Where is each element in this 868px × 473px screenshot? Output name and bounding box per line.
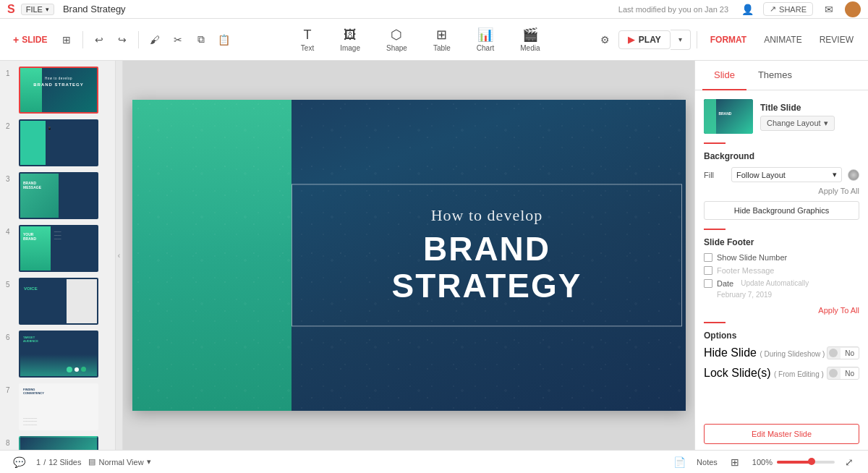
- edit-master-slide-button[interactable]: Edit Master Slide: [704, 424, 859, 444]
- apply-to-all-link-footer[interactable]: Apply To All: [704, 306, 859, 315]
- review-tab[interactable]: REVIEW: [812, 31, 861, 48]
- fill-dropdown-chevron: ▾: [833, 170, 837, 179]
- slide-subtitle: How to develop: [328, 206, 645, 225]
- text-tool[interactable]: T Text: [295, 25, 320, 55]
- zoom-bar[interactable]: [777, 461, 835, 464]
- date-checkbox[interactable]: [704, 279, 712, 288]
- slide-content-box[interactable]: How to develop BRAND STRATEGY: [292, 184, 682, 326]
- slide-main-title: BRAND STRATEGY: [328, 231, 645, 304]
- cut-button[interactable]: ✂: [168, 30, 188, 50]
- fill-color-circle[interactable]: [848, 169, 859, 181]
- page-info: 1 / 12 Slides: [36, 458, 81, 466]
- share-icon: ↗: [770, 4, 776, 14]
- grid-view-button[interactable]: ⊞: [56, 30, 77, 50]
- canvas-area: How to develop BRAND STRATEGY: [123, 61, 694, 450]
- paste-button[interactable]: 📋: [214, 30, 234, 50]
- shape-tool[interactable]: ⬡ Shape: [380, 24, 413, 55]
- shape-icon: ⬡: [391, 27, 402, 43]
- image-icon: 🖼: [344, 27, 357, 43]
- footer-message-checkbox[interactable]: [704, 266, 712, 275]
- show-slide-number-checkbox[interactable]: [704, 253, 712, 262]
- tab-themes[interactable]: Themes: [746, 61, 804, 90]
- notes-icon[interactable]: 📄: [669, 452, 689, 472]
- present-icon[interactable]: ⊞: [725, 452, 745, 472]
- file-menu-chevron: ▾: [46, 6, 49, 13]
- plus-icon: +: [13, 34, 19, 46]
- update-auto-label: Update Automatically: [741, 279, 809, 287]
- view-mode-button[interactable]: ▤ Normal View ▾: [88, 457, 150, 466]
- panel-collapse-handle[interactable]: ‹: [116, 61, 123, 450]
- media-icon: 🎬: [522, 27, 538, 43]
- settings-icon[interactable]: ⚙: [595, 30, 616, 50]
- change-layout-button[interactable]: Change Layout ▾: [760, 116, 835, 131]
- change-layout-chevron: ▾: [824, 119, 828, 128]
- comment-icon[interactable]: 💬: [9, 452, 29, 472]
- layout-thumbnail: BRAND: [704, 99, 753, 134]
- play-button[interactable]: ▶ PLAY: [618, 30, 671, 49]
- layout-title-label: Title Slide: [760, 103, 859, 113]
- image-tool[interactable]: 🖼 Image: [334, 25, 366, 55]
- slide-thumb-6[interactable]: 6 TARGETAUDIENCE: [6, 331, 109, 378]
- lock-slide-row: Lock Slide(s) ( From Editing ) No: [704, 367, 859, 380]
- bottom-bar: 💬 1 / 12 Slides ▤ Normal View ▾ 📄 Notes …: [0, 450, 868, 473]
- redo-button[interactable]: ↪: [112, 30, 132, 50]
- chart-tool[interactable]: 📊 Chart: [471, 24, 500, 55]
- view-mode-icon: ▤: [88, 457, 95, 466]
- fill-dropdown[interactable]: Follow Layout ▾: [731, 167, 842, 182]
- background-section-label: Background: [704, 151, 859, 161]
- undo-button[interactable]: ↩: [89, 30, 109, 50]
- table-tool[interactable]: ⊞ Table: [427, 24, 456, 55]
- fill-label: Fill: [704, 171, 726, 179]
- page-total: 12 Slides: [48, 458, 81, 466]
- fill-row: Fill Follow Layout ▾: [704, 167, 859, 182]
- slide-thumb-2[interactable]: 2 📱: [6, 119, 109, 166]
- hide-background-graphics-button[interactable]: Hide Background Graphics: [704, 201, 859, 220]
- layout-preview-row: BRAND Title Slide Change Layout ▾: [704, 99, 859, 134]
- date-row: Date Update Automatically: [704, 279, 859, 288]
- animate-tab[interactable]: ANIMATE: [757, 31, 809, 48]
- right-panel-content: BRAND Title Slide Change Layout ▾ Backgr…: [695, 90, 868, 418]
- view-mode-chevron: ▾: [147, 457, 151, 466]
- mail-icon[interactable]: ✉: [819, 0, 839, 20]
- layout-info: Title Slide Change Layout ▾: [760, 103, 859, 131]
- slide-thumb-4[interactable]: 4 YOURBRAND ────────────: [6, 225, 109, 272]
- file-menu[interactable]: FILE ▾: [21, 4, 54, 15]
- last-modified-text: Last modified by you on Jan 23: [618, 5, 728, 14]
- right-panel: Slide Themes BRAND Title Slide Change La…: [694, 61, 868, 450]
- slide-thumb-1[interactable]: 1 How to develop BRAND STRATEGY: [6, 67, 109, 114]
- add-slide-button[interactable]: + SLIDE: [7, 31, 54, 48]
- slide-preview[interactable]: How to develop BRAND STRATEGY: [132, 100, 686, 411]
- slide-thumb-7[interactable]: 7 FINDINGCONSISTENCY ───────────────────…: [6, 383, 109, 430]
- page-current: 1: [36, 458, 41, 466]
- doc-title: Brand Strategy: [63, 4, 618, 14]
- options-section-label: Options: [704, 331, 859, 341]
- media-tool[interactable]: 🎬 Media: [514, 24, 545, 55]
- avatar: [845, 1, 861, 17]
- play-icon: ▶: [628, 35, 634, 45]
- share-button[interactable]: ↗ SHARE: [763, 2, 813, 16]
- lock-slide-sub: ( From Editing ): [774, 370, 824, 378]
- zoom-control: 100% ⤢: [752, 452, 859, 472]
- tab-slide[interactable]: Slide: [702, 61, 746, 90]
- slide-thumb-3[interactable]: 3 BRANDMESSAGE: [6, 172, 109, 219]
- view-mode-label: Normal View: [98, 458, 143, 466]
- format-tab[interactable]: FORMAT: [703, 31, 754, 48]
- slide-panel: 1 How to develop BRAND STRATEGY 2 📱 3 BR…: [0, 61, 116, 450]
- copy-button[interactable]: ⧉: [191, 30, 211, 50]
- lock-slide-toggle[interactable]: No: [827, 367, 859, 380]
- show-slide-number-row: Show Slide Number: [704, 253, 859, 262]
- footer-section: Show Slide Number Footer Message Date Up…: [704, 253, 859, 299]
- slide-thumb-8[interactable]: 8 BE TRUE TOYOUR BRAND: [6, 436, 109, 450]
- slide-thumb-5[interactable]: 5 VOICE: [6, 278, 109, 325]
- show-slide-number-label: Show Slide Number: [717, 253, 787, 262]
- hide-slide-toggle[interactable]: No: [827, 346, 859, 359]
- table-icon: ⊞: [436, 27, 447, 43]
- format-painter-button[interactable]: 🖌: [145, 30, 165, 50]
- zoom-fit-button[interactable]: ⤢: [839, 452, 859, 472]
- apply-to-all-link-bg[interactable]: Apply To All: [704, 187, 859, 195]
- profile-icon[interactable]: 👤: [737, 0, 757, 20]
- hide-slide-label: Hide Slide ( During Slideshow ): [704, 346, 825, 359]
- play-dropdown[interactable]: ▾: [671, 30, 691, 50]
- right-panel-tabs: Slide Themes: [695, 61, 868, 90]
- notes-label: Notes: [697, 458, 718, 466]
